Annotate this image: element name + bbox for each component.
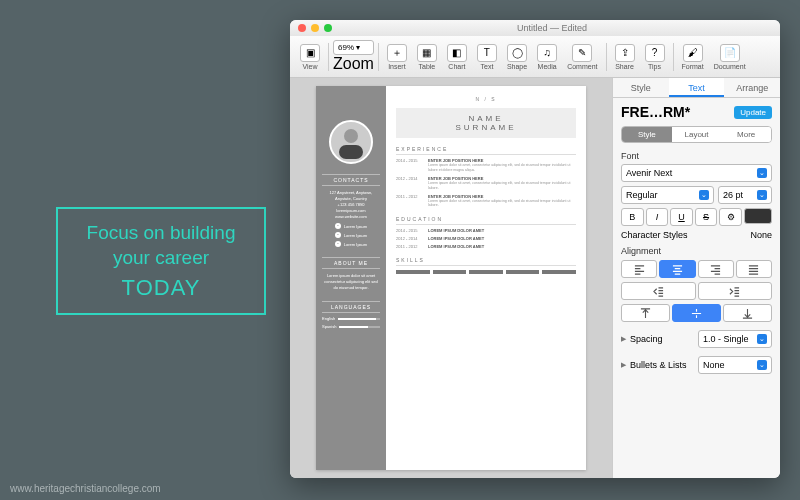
disclosure-triangle-icon: ▶ [621, 335, 626, 343]
experience-heading: EXPERIENCE [396, 146, 576, 155]
underline-button[interactable]: U [670, 208, 693, 226]
language-item: English [322, 316, 380, 321]
skills-bars [396, 270, 576, 274]
document-icon: 📄 [720, 44, 740, 62]
toolbar-insert-button[interactable]: ＋Insert [383, 42, 411, 72]
bullets-row[interactable]: ▶ Bullets & Lists None⌄ [621, 356, 772, 374]
text-subtabs: Style Layout More [621, 126, 772, 143]
watermark: www.heritagechristiancollege.com [10, 483, 161, 494]
tab-text[interactable]: Text [669, 78, 725, 97]
outdent-button[interactable] [621, 282, 696, 300]
toolbar-format-button[interactable]: 🖌Format [678, 42, 708, 72]
align-justify-button[interactable] [736, 260, 772, 278]
zoom-select[interactable]: 69% ▾Zoom [333, 40, 374, 73]
experience-item: 2011 - 2012ENTER JOB POSITION HERELorem … [396, 194, 576, 209]
comment-icon: ✎ [572, 44, 592, 62]
toolbar-media-button[interactable]: ♫Media [533, 42, 561, 72]
window-controls [298, 24, 332, 32]
character-styles-label: Character Styles [621, 230, 744, 240]
subtab-style[interactable]: Style [622, 127, 672, 142]
text-options-button[interactable]: ⚙ [719, 208, 742, 226]
subtab-more[interactable]: More [721, 127, 771, 142]
toolbar: ▣View69% ▾Zoom＋Insert▦Table◧ChartTText◯S… [290, 36, 780, 78]
experience-item: 2012 - 2014ENTER JOB POSITION HERELorem … [396, 176, 576, 191]
disclosure-triangle-icon: ▶ [621, 361, 626, 369]
indent-button[interactable] [698, 282, 773, 300]
promo-box: Focus on building your career TODAY [56, 207, 266, 315]
language-item: Spanish [322, 324, 380, 329]
education-item: 2012 - 2014LOREM IPSUM DOLOR AMET [396, 236, 576, 241]
avatar [329, 120, 373, 164]
horizontal-alignment [621, 260, 772, 278]
font-size-field[interactable]: 26 pt⌄ [718, 186, 772, 204]
align-center-button[interactable] [659, 260, 695, 278]
tab-style[interactable]: Style [613, 78, 669, 97]
inspector-tabs: Style Text Arrange [613, 78, 780, 98]
align-bottom-button[interactable] [723, 304, 772, 322]
toolbar-view-button[interactable]: ▣View [296, 42, 324, 72]
toolbar-text-button[interactable]: TText [473, 42, 501, 72]
align-left-button[interactable] [621, 260, 657, 278]
font-family-select[interactable]: Avenir Next⌄ [621, 164, 772, 182]
character-styles-value[interactable]: None [750, 230, 772, 240]
tips-icon: ? [645, 44, 665, 62]
chevron-down-icon: ⌄ [699, 190, 709, 200]
education-heading: EDUCATION [396, 216, 576, 225]
tab-arrange[interactable]: Arrange [724, 78, 780, 97]
bold-button[interactable]: B [621, 208, 644, 226]
subtab-layout[interactable]: Layout [672, 127, 722, 142]
text-color-swatch[interactable] [744, 208, 772, 224]
window-title: Untitled — Edited [332, 23, 772, 33]
maximize-icon[interactable] [324, 24, 332, 32]
minimize-icon[interactable] [311, 24, 319, 32]
align-middle-button[interactable] [672, 304, 721, 322]
toolbar-share-button[interactable]: ⇪Share [611, 42, 639, 72]
document-canvas[interactable]: CONTACTS 127 Anystreet, Anytown,Anystate… [290, 78, 612, 478]
font-style-select[interactable]: Regular⌄ [621, 186, 714, 204]
chart-icon: ◧ [447, 44, 467, 62]
resume-sidebar: CONTACTS 127 Anystreet, Anytown,Anystate… [316, 86, 386, 470]
table-icon: ▦ [417, 44, 437, 62]
toolbar-chart-button[interactable]: ◧Chart [443, 42, 471, 72]
about-text: Lorem ipsum dolor sit amet consectetur a… [322, 273, 380, 291]
experience-item: 2014 - 2015ENTER JOB POSITION HERELorem … [396, 158, 576, 173]
social-item: •Lorem Ipsum [335, 232, 367, 238]
toolbar-table-button[interactable]: ▦Table [413, 42, 441, 72]
last-name: SURNAME [402, 123, 570, 132]
education-item: 2011 - 2012LOREM IPSUM DOLOR AMET [396, 244, 576, 249]
monogram: N / S [396, 96, 576, 102]
bullets-select[interactable]: None⌄ [698, 356, 772, 374]
view-icon: ▣ [300, 44, 320, 62]
italic-button[interactable]: I [646, 208, 669, 226]
toolbar-tips-button[interactable]: ?Tips [641, 42, 669, 72]
media-icon: ♫ [537, 44, 557, 62]
contacts-heading: CONTACTS [322, 174, 380, 186]
strike-button[interactable]: S [695, 208, 718, 226]
spacing-row[interactable]: ▶ Spacing 1.0 - Single⌄ [621, 330, 772, 348]
font-label: Font [621, 151, 772, 161]
update-button[interactable]: Update [734, 106, 772, 119]
promo-line2: your career [113, 246, 209, 271]
titlebar[interactable]: Untitled — Edited [290, 20, 780, 36]
bullets-label: Bullets & Lists [630, 360, 694, 370]
align-top-button[interactable] [621, 304, 670, 322]
spacing-label: Spacing [630, 334, 694, 344]
toolbar-document-button[interactable]: 📄Document [710, 42, 750, 72]
close-icon[interactable] [298, 24, 306, 32]
spacing-select[interactable]: 1.0 - Single⌄ [698, 330, 772, 348]
chevron-down-icon: ⌄ [757, 360, 767, 370]
align-right-button[interactable] [698, 260, 734, 278]
paragraph-style-name[interactable]: FRE…RM* [621, 104, 730, 120]
contacts-text: 127 Anystreet, Anytown,Anystate, Country… [330, 190, 373, 220]
resume-page[interactable]: CONTACTS 127 Anystreet, Anytown,Anystate… [316, 86, 586, 470]
inspector-panel: Style Text Arrange FRE…RM* Update Style … [612, 78, 780, 478]
promo-line1: Focus on building [87, 221, 236, 246]
skills-heading: SKILLS [396, 257, 576, 266]
social-item: •Lorem Ipsum [335, 241, 367, 247]
name-box: NAME SURNAME [396, 108, 576, 138]
chevron-down-icon: ⌄ [757, 334, 767, 344]
toolbar-comment-button[interactable]: ✎Comment [563, 42, 601, 72]
alignment-label: Alignment [621, 246, 772, 256]
share-icon: ⇪ [615, 44, 635, 62]
toolbar-shape-button[interactable]: ◯Shape [503, 42, 531, 72]
